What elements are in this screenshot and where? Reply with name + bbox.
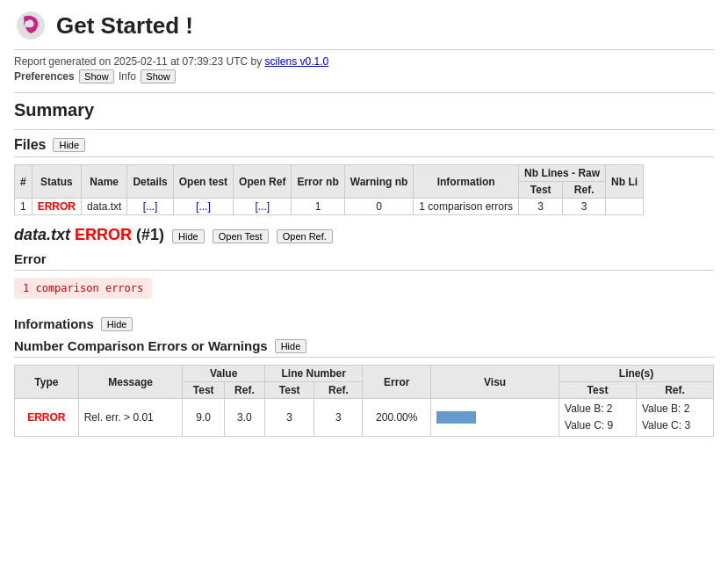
prefs-line: Preferences Show Info Show <box>14 69 714 83</box>
nc-table-row: ERROR Rel. err. > 0.01 9.0 3.0 3 3 200.0… <box>15 399 714 437</box>
row-information: 1 comparison errors <box>414 199 519 215</box>
nc-col-visu: Visu <box>431 366 559 399</box>
report-meta: Report generated on 2025-02-11 at 07:39:… <box>14 55 714 68</box>
visu-bar <box>436 411 476 424</box>
svg-point-0 <box>17 11 45 40</box>
page-title: Get Started ! <box>56 12 193 40</box>
row-nb-lines-test: 3 <box>519 199 563 215</box>
nc-row-visu <box>431 399 559 437</box>
num-compare-heading: Number Comparison Errors or Warnings <box>14 338 268 353</box>
col-information: Information <box>414 165 519 199</box>
prefs-show-btn[interactable]: Show <box>79 69 114 83</box>
row-nb-li-test <box>606 199 644 215</box>
files-hide-btn[interactable]: Hide <box>53 138 85 152</box>
nc-col-message: Message <box>78 366 183 399</box>
nc-row-value-ref: 3.0 <box>224 399 264 437</box>
nc-row-value-test: 9.0 <box>183 399 224 437</box>
col-open-ref: Open Ref <box>234 165 292 199</box>
header-divider <box>14 92 714 93</box>
row-error-nb: 1 <box>292 199 344 215</box>
prefs-label: Preferences <box>14 70 75 83</box>
info-label: Info <box>119 70 136 83</box>
nc-col-lines-test: Test <box>559 382 637 399</box>
row-details[interactable]: [...] <box>127 199 173 215</box>
nc-row-lines-test: Value B: 2Value C: 9 <box>559 399 637 437</box>
row-name: data.txt <box>82 199 127 215</box>
detail-num: (#1) <box>136 226 164 243</box>
row-open-test[interactable]: [...] <box>173 199 233 215</box>
num-compare-section: Number Comparison Errors or Warnings Hid… <box>14 338 714 437</box>
scilens-link[interactable]: scilens v0.1.0 <box>265 55 329 68</box>
col-warning-nb: Warning nb <box>344 165 414 199</box>
col-nb-lines-group: Nb Lines - Raw <box>519 165 606 182</box>
col-nb-lines-ref: Ref. <box>563 182 606 199</box>
nc-row-lineno-ref: 3 <box>314 399 363 437</box>
detail-open-test-btn[interactable]: Open Test <box>213 229 269 243</box>
num-compare-header: Number Comparison Errors or Warnings Hid… <box>14 338 714 358</box>
nc-col-lines-group: Line(s) <box>559 366 714 382</box>
error-section: Error 1 comparison errors <box>14 251 714 308</box>
row-status: ERROR <box>32 199 81 215</box>
col-num: # <box>15 165 32 199</box>
col-name: Name <box>82 165 127 199</box>
nc-row-lineno-test: 3 <box>264 399 314 437</box>
nc-col-lines-ref: Ref. <box>636 382 713 399</box>
row-nb-lines-ref: 3 <box>563 199 606 215</box>
nc-col-value-ref: Ref. <box>224 382 264 399</box>
info-show-btn[interactable]: Show <box>141 69 176 83</box>
nc-col-lineno-ref: Ref. <box>314 382 363 399</box>
detail-hide-btn[interactable]: Hide <box>172 229 205 243</box>
nc-row-error: 200.00% <box>363 399 431 437</box>
detail-filename: data.txt <box>14 226 70 243</box>
nc-col-error: Error <box>363 366 431 399</box>
detail-open-ref-btn[interactable]: Open Ref. <box>277 229 333 243</box>
logo-icon <box>14 9 47 42</box>
col-nb-li: Nb Li <box>606 165 644 199</box>
row-warning-nb: 0 <box>344 199 414 215</box>
col-details: Details <box>127 165 173 199</box>
nc-row-message: Rel. err. > 0.01 <box>78 399 183 437</box>
visu-bar-container <box>436 410 524 424</box>
nc-col-type: Type <box>15 366 79 399</box>
num-compare-table: Type Message Value Line Number Error Vis… <box>14 365 714 437</box>
col-error-nb: Error nb <box>292 165 344 199</box>
num-compare-hide-btn[interactable]: Hide <box>275 339 307 353</box>
col-status: Status <box>32 165 81 199</box>
page-header: Get Started ! <box>14 9 714 50</box>
meta-text: Report generated on 2025-02-11 at 07:39:… <box>14 55 265 68</box>
file-detail-title: data.txt ERROR (#1) Hide Open Test Open … <box>14 226 714 244</box>
table-row: 1 ERROR data.txt [...] [...] [...] 1 0 1… <box>15 199 644 215</box>
error-heading: Error <box>14 251 714 271</box>
summary-section: Summary <box>14 100 714 130</box>
files-section-header: Files Hide <box>14 137 714 157</box>
detail-error-label: ERROR <box>75 226 132 243</box>
nc-col-value-group: Value <box>183 366 264 382</box>
col-nb-lines-test: Test <box>519 182 563 199</box>
nc-row-lines-ref: Value B: 2Value C: 3 <box>636 399 713 437</box>
summary-heading: Summary <box>14 100 714 124</box>
nc-row-type: ERROR <box>15 399 79 437</box>
nc-col-value-test: Test <box>183 382 224 399</box>
row-num: 1 <box>15 199 32 215</box>
svg-point-1 <box>24 16 29 21</box>
col-open-test: Open test <box>173 165 233 199</box>
informations-heading: Informations <box>14 316 94 331</box>
row-open-ref[interactable]: [...] <box>234 199 292 215</box>
informations-section: Informations Hide <box>14 316 714 331</box>
files-table: # Status Name Details Open test Open Ref… <box>14 164 644 215</box>
nc-col-lineno-test: Test <box>264 382 314 399</box>
files-heading: Files <box>14 137 46 153</box>
informations-hide-btn[interactable]: Hide <box>101 317 133 331</box>
error-text: 1 comparison errors <box>14 278 152 299</box>
nc-col-lineno-group: Line Number <box>264 366 362 382</box>
files-section: Files Hide # Status Name Details Open te… <box>14 137 714 215</box>
